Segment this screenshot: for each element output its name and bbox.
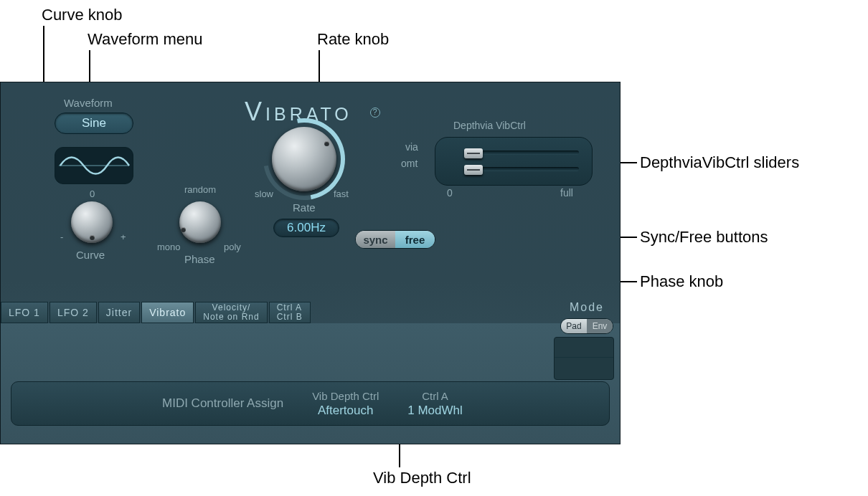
callout-curve: Curve knob [42, 6, 123, 24]
depth-title: Depthvia VibCtrl [453, 120, 526, 131]
depth-row1: via [405, 141, 418, 153]
ctrl-a-header: Ctrl A [422, 390, 448, 402]
callout-phase: Phase knob [640, 272, 723, 291]
depth-omt-slider[interactable] [467, 167, 579, 171]
phase-knob[interactable] [179, 201, 221, 243]
mode-title: Mode [554, 301, 620, 314]
tab-velocity[interactable]: Velocity/ Note on Rnd [195, 302, 267, 323]
depth-min: 0 [447, 187, 453, 199]
slider-thumb[interactable] [464, 148, 483, 158]
rate-right: fast [334, 189, 349, 199]
phase-left: mono [157, 242, 181, 252]
mode-group: Mode Pad Env [554, 301, 620, 380]
mode-toggle[interactable]: Pad Env [560, 318, 613, 334]
curve-zero: 0 [90, 189, 95, 199]
tab-ctrlab[interactable]: Ctrl A Ctrl B [269, 302, 311, 323]
mode-env[interactable]: Env [587, 319, 613, 333]
help-icon[interactable] [370, 108, 380, 118]
vib-depth-ctrl-value[interactable]: Aftertouch [318, 404, 374, 418]
rate-label: Rate [293, 201, 316, 214]
curve-plus: + [121, 232, 126, 242]
rate-knob[interactable] [272, 127, 336, 191]
mod-source-tabs: LFO 1 LFO 2 Jitter Vibrato Velocity/ Not… [1, 302, 620, 323]
depth-slider-area [435, 137, 593, 186]
vibrato-panel: Vibrato Waveform Sine - + 0 Curve random… [0, 82, 621, 444]
sync-button[interactable]: sync [356, 231, 395, 248]
waveform-label: Waveform [64, 97, 113, 109]
depth-max: full [560, 187, 573, 199]
phase-right: poly [224, 242, 241, 252]
curve-label: Curve [76, 249, 105, 261]
tab-jitter[interactable]: Jitter [98, 302, 140, 323]
tab-lfo1[interactable]: LFO 1 [1, 302, 48, 323]
vib-depth-ctrl-header: Vib Depth Ctrl [312, 390, 379, 402]
mode-pad[interactable]: Pad [561, 319, 587, 333]
tab-lfo2[interactable]: LFO 2 [49, 302, 97, 323]
rate-value[interactable]: 6.00Hz [273, 219, 339, 237]
callout-rate: Rate knob [317, 30, 389, 49]
waveform-menu[interactable]: Sine [55, 113, 133, 134]
waveform-display [55, 147, 133, 184]
sine-wave-icon [55, 148, 133, 183]
rate-left: slow [255, 189, 273, 199]
curve-minus: - [60, 232, 63, 242]
depth-row2: omt [401, 158, 418, 169]
midi-assign-bar: MIDI Controller Assign Vib Depth Ctrl Af… [11, 381, 610, 426]
free-button[interactable]: free [395, 231, 435, 248]
envelope-display[interactable] [554, 337, 614, 380]
phase-top: random [184, 184, 216, 195]
lower-area: R Note+Mve Record Trigger MIDI Controlle… [1, 323, 620, 444]
callout-waveform: Waveform menu [88, 30, 203, 49]
depth-via-slider[interactable] [467, 151, 579, 155]
slider-thumb[interactable] [464, 165, 483, 175]
callout-depth: DepthviaVibCtrl sliders [640, 153, 799, 172]
curve-knob[interactable] [71, 201, 113, 243]
sync-free-toggle[interactable]: sync free [355, 230, 435, 249]
ctrl-a-value[interactable]: 1 ModWhl [407, 404, 463, 418]
midi-assign-label: MIDI Controller Assign [162, 396, 283, 411]
tab-vibrato[interactable]: Vibrato [141, 302, 194, 323]
callout-syncfree: Sync/Free buttons [640, 228, 768, 247]
phase-label: Phase [184, 253, 215, 265]
callout-vibdepth: Vib Depth Ctrl [373, 469, 471, 487]
